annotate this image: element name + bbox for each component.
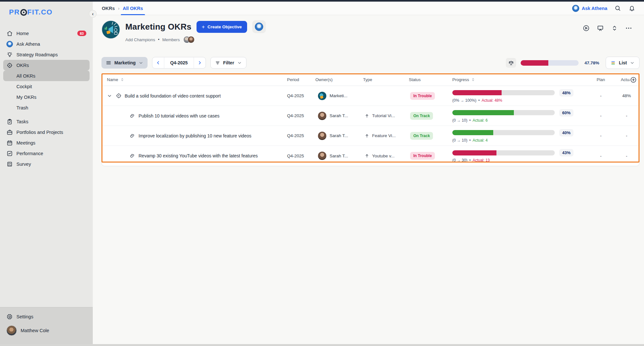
type-label[interactable]: Feature Vi... bbox=[372, 133, 396, 138]
plan-value: - bbox=[588, 113, 613, 118]
sidebar-item-portfolios[interactable]: Portfolios and Projects bbox=[3, 127, 90, 137]
athena-icon bbox=[255, 23, 263, 31]
expand-collapse-icon[interactable] bbox=[610, 24, 618, 32]
plan-value: - bbox=[588, 93, 613, 98]
column-header-period[interactable]: Period bbox=[287, 77, 299, 82]
sidebar-item-label: Ask Athena bbox=[16, 42, 40, 47]
status-badge[interactable]: In Trouble bbox=[410, 92, 435, 100]
performance-chart-icon bbox=[6, 150, 13, 157]
owner-name[interactable]: Sarah T... bbox=[330, 154, 348, 158]
column-header-progress[interactable]: Progress bbox=[452, 77, 469, 82]
team-selector[interactable]: Marketing bbox=[101, 57, 148, 69]
table-row[interactable]: Improve localization by publishing 10 ne… bbox=[102, 126, 639, 146]
sidebar-item-my-okrs[interactable]: My OKRs bbox=[3, 92, 90, 102]
progress-percent-badge: 43% bbox=[559, 149, 573, 156]
owner-name[interactable]: Sarah T... bbox=[330, 113, 348, 118]
add-champions-link[interactable]: Add Champions bbox=[125, 37, 155, 42]
okr-name[interactable]: Improve localization by publishing 10 ne… bbox=[139, 133, 251, 138]
profit-logo[interactable]: PRFIT.CO bbox=[9, 8, 85, 16]
sidebar-item-tasks[interactable]: Tasks bbox=[3, 116, 90, 127]
owner-avatar[interactable] bbox=[318, 112, 326, 120]
survey-icon bbox=[6, 161, 13, 167]
sidebar-item-ask-athena[interactable]: Ask Athena bbox=[3, 39, 90, 49]
column-header-owner[interactable]: Owner(s) bbox=[315, 77, 332, 82]
sidebar-item-survey[interactable]: Survey bbox=[3, 159, 90, 169]
progress-bar bbox=[452, 150, 555, 155]
create-objective-button[interactable]: + Create Objective bbox=[197, 21, 247, 33]
add-column-icon[interactable] bbox=[630, 76, 637, 83]
owner-name[interactable]: Marketi... bbox=[330, 93, 348, 98]
column-header-name[interactable]: Name bbox=[107, 77, 118, 82]
progress-bar bbox=[452, 90, 555, 95]
progress-percent-badge: 60% bbox=[559, 109, 573, 117]
sidebar-item-cockpit[interactable]: Cockpit bbox=[3, 81, 90, 92]
filter-button[interactable]: Filter bbox=[210, 57, 246, 69]
column-header-status[interactable]: Status bbox=[409, 77, 421, 82]
user-name: Matthew Cole bbox=[21, 328, 49, 333]
team-selector-label: Marketing bbox=[114, 60, 136, 65]
type-label[interactable]: Youtube v... bbox=[372, 154, 395, 158]
sidebar-item-settings[interactable]: Settings bbox=[6, 311, 86, 322]
members-label[interactable]: Members bbox=[162, 37, 180, 42]
presentation-icon[interactable] bbox=[596, 24, 604, 32]
ask-athena-link[interactable]: Ask Athena bbox=[572, 5, 607, 12]
status-badge[interactable]: In Trouble bbox=[410, 152, 435, 160]
sidebar-item-strategy-roadmaps[interactable]: Strategy Roadmaps bbox=[3, 49, 90, 60]
dot-separator: • bbox=[158, 37, 159, 42]
sidebar-item-home[interactable]: Home 83 bbox=[3, 28, 90, 39]
owner-name[interactable]: Sarah T... bbox=[330, 133, 348, 138]
row-expander-icon[interactable] bbox=[106, 93, 113, 99]
next-period-button[interactable] bbox=[194, 57, 206, 69]
sidebar-item-okrs[interactable]: OKRs bbox=[3, 60, 90, 70]
filter-label: Filter bbox=[223, 60, 234, 65]
member-avatars[interactable] bbox=[183, 36, 195, 43]
progress-bar bbox=[452, 130, 555, 135]
period-value: Q4-2025 bbox=[287, 133, 304, 138]
overall-progress-bar bbox=[521, 60, 579, 66]
sidebar-item-trash[interactable]: Trash bbox=[3, 102, 90, 113]
breadcrumb-all-okrs[interactable]: All OKRs bbox=[123, 2, 143, 15]
period-value: Q4-2025 bbox=[287, 93, 304, 98]
table-row[interactable]: Publish 10 tutorial videos with use case… bbox=[102, 106, 639, 126]
breadcrumb-okrs[interactable]: OKRs bbox=[102, 6, 115, 11]
play-demo-icon[interactable] bbox=[582, 24, 590, 32]
previous-period-button[interactable] bbox=[152, 57, 164, 69]
member-avatar bbox=[187, 36, 195, 43]
progress-percent-badge: 40% bbox=[559, 129, 573, 136]
sidebar-collapse-button[interactable]: ‹ bbox=[89, 10, 97, 18]
column-header-plan[interactable]: Plan bbox=[597, 77, 605, 82]
sidebar-item-label: Home bbox=[16, 31, 29, 36]
lightbulb-icon bbox=[6, 51, 13, 58]
status-badge[interactable]: On Track bbox=[410, 132, 433, 140]
owner-avatar[interactable] bbox=[318, 132, 326, 140]
dot-separator: • bbox=[469, 138, 471, 143]
plan-value: - bbox=[588, 154, 613, 158]
table-row[interactable]: Build a solid foundation of video conten… bbox=[102, 86, 639, 106]
column-header-type[interactable]: Type bbox=[363, 77, 372, 82]
owner-avatar[interactable] bbox=[318, 92, 326, 100]
sort-icon[interactable] bbox=[471, 78, 475, 82]
compare-scale-icon[interactable] bbox=[506, 58, 516, 68]
type-label[interactable]: Tutorial Vi... bbox=[372, 113, 395, 118]
view-selector[interactable]: List bbox=[606, 57, 639, 69]
owner-avatar[interactable] bbox=[318, 152, 326, 160]
athena-assistant-button[interactable] bbox=[252, 20, 266, 33]
okr-name[interactable]: Build a solid foundation of video conten… bbox=[125, 93, 221, 98]
dot-separator: • bbox=[478, 98, 480, 103]
okr-name[interactable]: Publish 10 tutorial videos with use case… bbox=[139, 113, 219, 118]
notifications-bell-icon[interactable] bbox=[628, 5, 636, 12]
type-arrow-up-icon bbox=[364, 133, 370, 138]
sidebar-item-performance[interactable]: Performance bbox=[3, 148, 90, 159]
user-profile[interactable]: Matthew Cole bbox=[6, 325, 86, 336]
search-icon[interactable] bbox=[614, 5, 621, 12]
logo-text-pre: PR bbox=[9, 8, 20, 16]
period-label[interactable]: Q4-2025 bbox=[164, 57, 194, 69]
sidebar-item-all-okrs[interactable]: All OKRs bbox=[3, 70, 90, 81]
table-row[interactable]: Revamp 30 existing YouTube videos with t… bbox=[102, 146, 639, 166]
okr-name[interactable]: Revamp 30 existing YouTube videos with t… bbox=[139, 153, 258, 158]
sort-icon[interactable] bbox=[120, 78, 124, 82]
status-badge[interactable]: On Track bbox=[410, 112, 433, 120]
sidebar-item-meetings[interactable]: Meetings bbox=[3, 137, 90, 148]
more-options-icon[interactable] bbox=[625, 24, 632, 32]
team-logo-avatar[interactable] bbox=[101, 20, 120, 39]
